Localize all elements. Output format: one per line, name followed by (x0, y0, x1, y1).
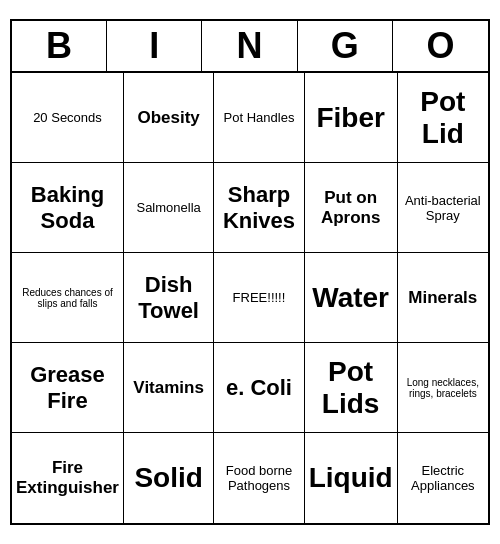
cell-text: Solid (134, 462, 202, 494)
cell-text: e. Coli (226, 375, 292, 401)
cell-text: Vitamins (133, 378, 204, 398)
bingo-cell: Reduces chances of slips and falls (12, 253, 124, 343)
bingo-cell: Minerals (398, 253, 488, 343)
bingo-cell: Solid (124, 433, 214, 523)
cell-text: Reduces chances of slips and falls (16, 287, 119, 309)
header-letter: N (202, 21, 297, 71)
cell-text: Put on Aprons (309, 188, 393, 228)
bingo-cell: Sharp Knives (214, 163, 304, 253)
bingo-cell: Fiber (305, 73, 398, 163)
bingo-cell: Food borne Pathogens (214, 433, 304, 523)
cell-text: Fiber (316, 102, 384, 134)
bingo-cell: Dish Towel (124, 253, 214, 343)
cell-text: 20 Seconds (33, 110, 102, 125)
bingo-cell: Fire Extinguisher (12, 433, 124, 523)
cell-text: Pot Lids (309, 356, 393, 420)
bingo-cell: Grease Fire (12, 343, 124, 433)
cell-text: Pot Handles (224, 110, 295, 125)
cell-text: Baking Soda (16, 182, 119, 234)
cell-text: Long necklaces, rings, bracelets (402, 377, 484, 399)
header-letter: B (12, 21, 107, 71)
bingo-header: BINGO (12, 21, 488, 73)
cell-text: Pot Lid (402, 86, 484, 150)
cell-text: Dish Towel (128, 272, 209, 324)
cell-text: Food borne Pathogens (218, 463, 299, 493)
cell-text: Liquid (309, 462, 393, 494)
bingo-cell: Salmonella (124, 163, 214, 253)
cell-text: Anti-bacterial Spray (402, 193, 484, 223)
bingo-cell: FREE!!!!! (214, 253, 304, 343)
bingo-cell: Long necklaces, rings, bracelets (398, 343, 488, 433)
bingo-cell: Water (305, 253, 398, 343)
bingo-cell: Electric Appliances (398, 433, 488, 523)
header-letter: G (298, 21, 393, 71)
bingo-cell: Liquid (305, 433, 398, 523)
bingo-cell: Pot Lids (305, 343, 398, 433)
bingo-cell: 20 Seconds (12, 73, 124, 163)
bingo-card: BINGO 20 SecondsObesityPot HandlesFiberP… (10, 19, 490, 525)
bingo-grid: 20 SecondsObesityPot HandlesFiberPot Lid… (12, 73, 488, 523)
bingo-cell: Pot Handles (214, 73, 304, 163)
bingo-cell: Put on Aprons (305, 163, 398, 253)
cell-text: Fire Extinguisher (16, 458, 119, 498)
cell-text: Sharp Knives (218, 182, 299, 234)
header-letter: I (107, 21, 202, 71)
bingo-cell: Vitamins (124, 343, 214, 433)
bingo-cell: Obesity (124, 73, 214, 163)
header-letter: O (393, 21, 488, 71)
cell-text: Grease Fire (16, 362, 119, 414)
bingo-cell: Pot Lid (398, 73, 488, 163)
cell-text: FREE!!!!! (233, 290, 286, 305)
cell-text: Minerals (408, 288, 477, 308)
bingo-cell: e. Coli (214, 343, 304, 433)
cell-text: Obesity (137, 108, 199, 128)
cell-text: Salmonella (136, 200, 200, 215)
bingo-cell: Baking Soda (12, 163, 124, 253)
cell-text: Water (312, 282, 389, 314)
bingo-cell: Anti-bacterial Spray (398, 163, 488, 253)
cell-text: Electric Appliances (402, 463, 484, 493)
